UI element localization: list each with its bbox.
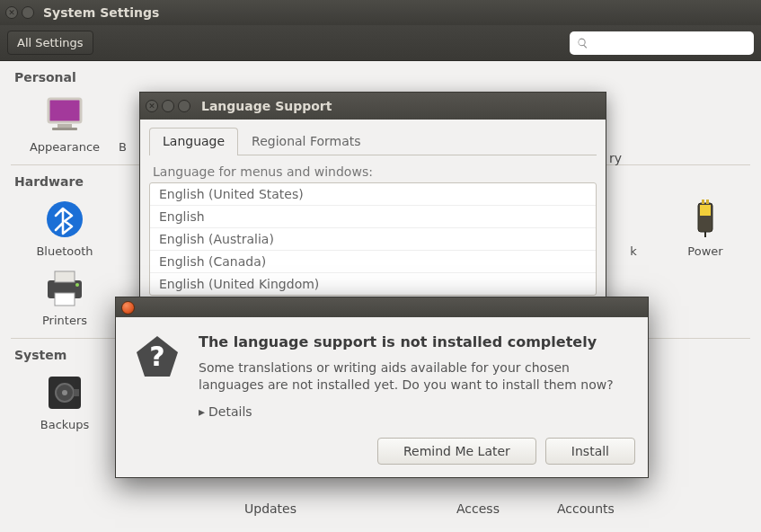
dialog-titlebar: ✕ Language Support	[140, 93, 606, 120]
svg-rect-6	[700, 205, 711, 216]
truncated-label: Access	[456, 501, 500, 516]
alert-dialog: ? The language support is not installed …	[115, 297, 649, 478]
truncated-label: Updates	[244, 501, 296, 516]
settings-item-label: Power	[687, 244, 722, 258]
svg-point-15	[62, 390, 67, 395]
details-expander[interactable]: ▸ Details	[199, 404, 252, 419]
settings-item-truncated[interactable]: k	[606, 198, 660, 258]
question-icon: ?	[134, 333, 181, 380]
alert-body: ? The language support is not installed …	[116, 317, 648, 432]
alert-text: The language support is not installed co…	[199, 333, 630, 420]
svg-text:?: ?	[149, 341, 164, 372]
dialog-title: Language Support	[201, 99, 332, 113]
settings-item-label: Printers	[42, 314, 87, 327]
settings-item-appearance[interactable]: Appearance	[11, 93, 119, 154]
search-input[interactable]	[594, 36, 747, 49]
truncated-label: Accounts	[557, 501, 615, 516]
svg-rect-0	[49, 99, 81, 122]
close-icon[interactable]: ✕	[146, 100, 158, 112]
alert-heading: The language support is not installed co…	[199, 333, 630, 350]
settings-item-printers[interactable]: Printers	[11, 267, 119, 327]
svg-point-12	[75, 283, 79, 287]
tab-regional-formats[interactable]: Regional Formats	[238, 128, 374, 155]
remind-later-button[interactable]: Remind Me Later	[377, 438, 536, 465]
svg-rect-7	[702, 200, 704, 204]
svg-rect-8	[706, 200, 709, 204]
settings-item-label: k	[630, 244, 637, 258]
search-box[interactable]	[570, 31, 754, 55]
truncated-label: ry	[609, 151, 622, 165]
chevron-right-icon: ▸	[199, 404, 205, 419]
toolbar: All Settings	[0, 25, 761, 61]
settings-item-label: Backups	[40, 418, 89, 431]
settings-item-bluetooth[interactable]: Bluetooth	[11, 198, 119, 258]
svg-rect-3	[52, 128, 77, 130]
svg-rect-10	[55, 271, 75, 282]
window-controls: ✕	[5, 6, 34, 19]
window-title: System Settings	[43, 5, 159, 20]
search-icon	[577, 37, 588, 49]
maximize-icon[interactable]	[178, 100, 190, 112]
all-settings-button[interactable]: All Settings	[7, 31, 93, 55]
bluetooth-icon	[43, 198, 86, 241]
settings-item-backups[interactable]: Backups	[11, 371, 119, 431]
tab-language[interactable]: Language	[149, 128, 238, 155]
list-item[interactable]: English (United States)	[150, 183, 596, 206]
list-item[interactable]: English (United Kingdom)	[150, 273, 596, 295]
minimize-icon[interactable]	[162, 100, 174, 112]
alert-message: Some translations or writing aids availa…	[199, 359, 630, 394]
printer-icon	[43, 267, 86, 310]
window-controls: ✕	[146, 100, 190, 112]
settings-item-label: Bluetooth	[36, 244, 93, 258]
settings-item-label: Appearance	[30, 140, 100, 154]
tabs: Language Regional Formats	[149, 127, 597, 155]
section-personal-label: Personal	[14, 70, 747, 84]
safe-icon	[43, 371, 86, 414]
install-button[interactable]: Install	[545, 438, 635, 465]
svg-rect-16	[74, 389, 79, 396]
language-list[interactable]: English (United States) English English …	[149, 182, 597, 296]
alert-titlebar	[116, 297, 648, 317]
generic-icon	[612, 198, 655, 241]
main-titlebar: ✕ System Settings	[0, 0, 761, 25]
list-item[interactable]: English (Canada)	[150, 251, 596, 273]
svg-rect-11	[55, 293, 75, 306]
list-item[interactable]: English	[150, 206, 596, 228]
details-label: Details	[208, 404, 252, 419]
svg-rect-2	[58, 124, 72, 128]
close-icon[interactable]	[121, 301, 135, 315]
minimize-icon[interactable]	[22, 6, 34, 19]
power-icon	[684, 198, 727, 241]
settings-item-label: B	[119, 140, 127, 154]
alert-footer: Remind Me Later Install	[116, 432, 648, 477]
language-list-label: Language for menus and windows:	[153, 164, 597, 179]
appearance-icon	[43, 93, 86, 137]
close-icon[interactable]: ✕	[5, 6, 18, 19]
settings-item-power[interactable]: Power	[660, 198, 750, 258]
list-item[interactable]: English (Australia)	[150, 228, 596, 251]
